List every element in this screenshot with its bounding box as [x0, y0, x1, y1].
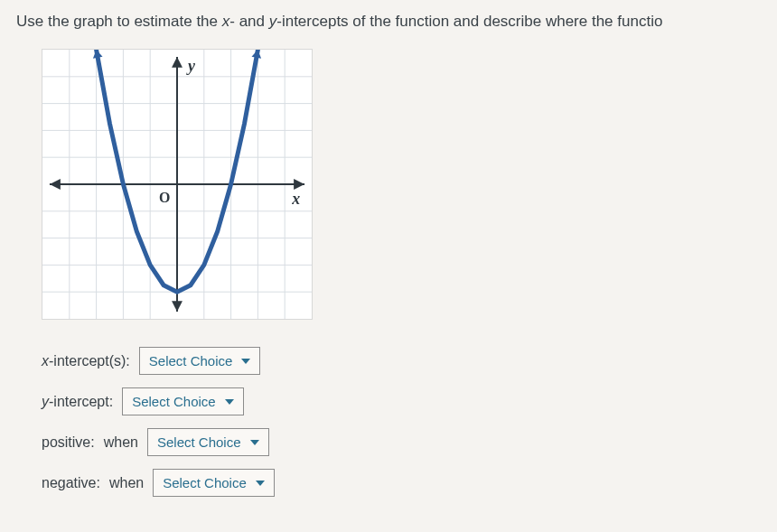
- x-intercept-row: x-intercept(s): Select Choice: [42, 347, 761, 375]
- svg-marker-27: [256, 481, 265, 486]
- svg-marker-20: [172, 57, 183, 68]
- graph-svg: y x O: [42, 50, 312, 319]
- answers-block: x-intercept(s): Select Choice y-intercep…: [42, 347, 761, 497]
- instr-mid2: -intercepts of the function and describe…: [276, 13, 662, 30]
- y-axis-label: y: [186, 57, 195, 75]
- negative-select-text: Select Choice: [163, 475, 247, 490]
- chevron-down-icon: [256, 479, 265, 488]
- instr-y: y: [269, 13, 277, 30]
- svg-marker-19: [50, 179, 61, 190]
- negative-select[interactable]: Select Choice: [153, 469, 275, 497]
- svg-marker-25: [225, 399, 234, 405]
- svg-marker-26: [250, 440, 259, 445]
- negative-label: negative:: [42, 475, 100, 491]
- svg-marker-18: [294, 179, 304, 190]
- x-intercept-label: x-intercept(s):: [42, 353, 130, 369]
- positive-row: positive: when Select Choice: [42, 428, 761, 456]
- positive-select-text: Select Choice: [157, 434, 241, 450]
- svg-marker-21: [172, 301, 183, 312]
- y-intercept-row: y-intercept: Select Choice: [42, 387, 761, 415]
- x-intercept-select-text: Select Choice: [149, 353, 233, 369]
- positive-select[interactable]: Select Choice: [147, 428, 269, 456]
- chevron-down-icon: [225, 397, 234, 406]
- instr-prefix: Use the graph to estimate the: [16, 13, 222, 30]
- graph: y x O: [42, 49, 313, 320]
- svg-marker-24: [241, 359, 250, 364]
- y-intercept-label: y-intercept:: [42, 394, 113, 410]
- chevron-down-icon: [250, 438, 259, 447]
- y-intercept-select[interactable]: Select Choice: [122, 387, 244, 415]
- instruction-text: Use the graph to estimate the x- and y-i…: [16, 13, 761, 31]
- origin-label: O: [159, 190, 170, 205]
- x-intercept-select[interactable]: Select Choice: [139, 347, 261, 375]
- x-axis-label: x: [291, 190, 300, 208]
- positive-when: when: [104, 434, 138, 451]
- negative-when: when: [109, 475, 144, 491]
- y-intercept-select-text: Select Choice: [132, 394, 216, 409]
- chevron-down-icon: [241, 357, 250, 366]
- instr-mid1: - and: [229, 13, 268, 30]
- instr-x: x: [222, 13, 230, 30]
- positive-label: positive:: [42, 434, 95, 451]
- negative-row: negative: when Select Choice: [42, 469, 761, 497]
